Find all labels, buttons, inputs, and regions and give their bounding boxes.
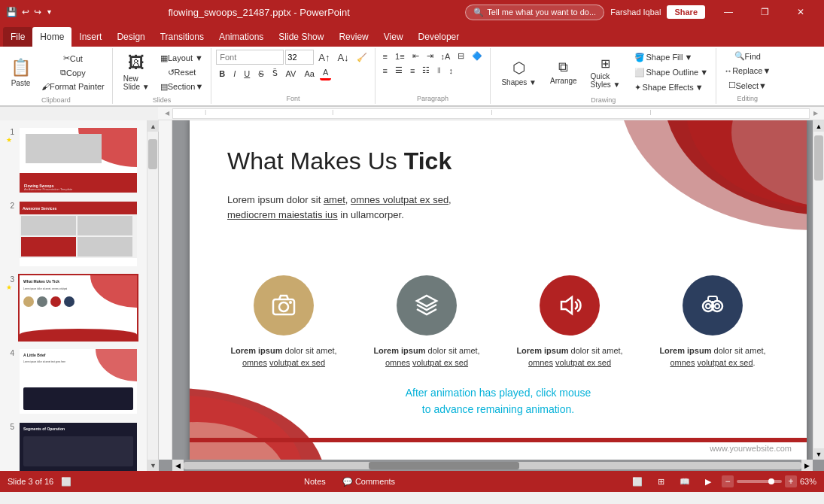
notes-button[interactable]: Notes: [299, 476, 330, 487]
smartart-button[interactable]: 🔷: [469, 50, 485, 62]
undo-icon[interactable]: ↩: [22, 7, 29, 17]
thumb-img-2[interactable]: Awesome Services: [18, 200, 138, 268]
user-name[interactable]: Farshad Iqbal: [610, 8, 661, 17]
slide-sorter-button[interactable]: ⊞: [653, 476, 669, 487]
slide-body-text[interactable]: Lorem ipsum dolor sit amet, omnes volutp…: [227, 193, 498, 224]
find-button[interactable]: 🔍 Find: [731, 50, 764, 62]
arrange-button[interactable]: ⧉ Arrange: [544, 50, 583, 95]
zoom-slider[interactable]: [737, 480, 782, 483]
font-name-input[interactable]: [216, 50, 284, 65]
align-right-button[interactable]: ≡: [407, 64, 418, 77]
tab-transitions[interactable]: Transitions: [153, 27, 211, 47]
minimize-button[interactable]: —: [711, 0, 746, 24]
section-button[interactable]: ▤ Section ▼: [157, 80, 207, 93]
redo-icon[interactable]: ↪: [34, 7, 41, 17]
clear-format-button[interactable]: 🧹: [354, 51, 370, 64]
canvas-scroll-down[interactable]: ▼: [813, 448, 824, 460]
slide-thumb-4[interactable]: 4 A Little Brief Lorem ipsum dolor sit a…: [3, 348, 144, 415]
reset-button[interactable]: ↺ Reset: [157, 66, 207, 79]
char-spacing-button[interactable]: AV: [283, 68, 299, 80]
zoom-slider-thumb[interactable]: [768, 478, 774, 484]
scroll-thumb[interactable]: [148, 139, 157, 169]
normal-view-button[interactable]: ⬜: [628, 476, 647, 487]
shapes-button[interactable]: ⬡ Shapes ▼: [495, 50, 543, 95]
reading-view-button[interactable]: 📖: [675, 476, 695, 487]
bullets-button[interactable]: ≡: [380, 50, 391, 62]
zoom-level[interactable]: 63%: [800, 477, 816, 486]
thumb-img-4[interactable]: A Little Brief Lorem ipsum dolor sit ame…: [18, 348, 138, 415]
thumb-img-1[interactable]: Flowing Swoops An Awesome Presentation T…: [18, 126, 138, 194]
format-painter-button[interactable]: 🖌 Format Painter: [38, 80, 108, 93]
tab-file[interactable]: File: [3, 27, 32, 47]
align-center-button[interactable]: ☰: [392, 64, 406, 77]
tell-me-input[interactable]: 🔍 Tell me what you want to do...: [465, 5, 604, 20]
slide-thumb-2[interactable]: 2 Awesome Services: [3, 200, 144, 268]
new-slide-button[interactable]: 🖼 NewSlide ▼: [117, 50, 156, 95]
font-size-input[interactable]: 32: [285, 50, 314, 65]
layout-button[interactable]: ▦ Layout ▼: [157, 52, 207, 65]
tab-design[interactable]: Design: [109, 27, 152, 47]
columns-button[interactable]: ⫴: [434, 64, 444, 77]
customize-icon[interactable]: ▼: [46, 8, 53, 16]
slide-thumb-1[interactable]: 1 ★ Flowing Swoops An Awesome Presentati…: [3, 126, 144, 194]
save-icon[interactable]: 💾: [6, 7, 17, 17]
slide-title[interactable]: What Makes Us Tick: [227, 147, 452, 175]
increase-font-button[interactable]: A↑: [315, 50, 333, 65]
tab-review[interactable]: Review: [331, 27, 376, 47]
svg-point-13: [706, 304, 710, 308]
line-spacing-button[interactable]: ↕: [445, 64, 456, 77]
font-color-button[interactable]: A: [320, 66, 331, 80]
align-left-button[interactable]: ≡: [380, 64, 391, 77]
hscroll-right[interactable]: ▶: [801, 460, 813, 471]
hscroll-thumb[interactable]: [369, 462, 519, 469]
slide-thumb-5[interactable]: 5 Segments of Operation: [3, 421, 144, 471]
cut-button[interactable]: ✂ Cut: [38, 52, 108, 65]
thumb-img-5[interactable]: Segments of Operation: [18, 421, 138, 471]
slideshow-button[interactable]: ▶: [701, 476, 716, 487]
quick-styles-button[interactable]: ⊞ QuickStyles ▼: [585, 50, 627, 95]
slide-thumb-3[interactable]: 3 ★ What Makes Us Tick Lorem ipsum dolor…: [3, 274, 144, 342]
shadow-button[interactable]: S̈: [269, 67, 281, 80]
canvas-scroll-thumb[interactable]: [814, 135, 823, 181]
decrease-indent-button[interactable]: ⇤: [409, 50, 422, 62]
tab-view[interactable]: View: [376, 27, 411, 47]
slides-label: Slides: [117, 95, 207, 104]
thumb-img-3[interactable]: What Makes Us Tick Lorem ipsum dolor sit…: [18, 274, 138, 342]
justify-button[interactable]: ☷: [419, 64, 433, 77]
text-direction-button[interactable]: ↕A: [438, 50, 454, 62]
zoom-out-button[interactable]: −: [722, 475, 734, 487]
select-button[interactable]: ☐ Select ▼: [725, 79, 770, 92]
tab-insert[interactable]: Insert: [71, 27, 109, 47]
shape-outline-button[interactable]: ⬜ Shape Outline ▼: [631, 66, 712, 79]
slide-canvas[interactable]: What Makes Us Tick Lorem ipsum dolor sit…: [190, 120, 807, 460]
paste-button[interactable]: 📋 Paste: [5, 50, 37, 95]
tab-animations[interactable]: Animations: [211, 27, 271, 47]
tab-slideshow[interactable]: Slide Show: [271, 27, 331, 47]
zoom-in-button[interactable]: +: [785, 475, 797, 487]
decrease-font-button[interactable]: A↓: [334, 50, 351, 65]
replace-button[interactable]: ↔ Replace ▼: [721, 65, 774, 77]
increase-indent-button[interactable]: ⇥: [424, 50, 436, 62]
strikethrough-button[interactable]: S: [255, 68, 266, 80]
numbering-button[interactable]: 1≡: [392, 50, 408, 62]
svg-point-8: [279, 302, 288, 311]
tab-home[interactable]: Home: [32, 27, 71, 47]
scroll-down-button[interactable]: ▼: [147, 460, 159, 471]
close-button[interactable]: ✕: [783, 0, 818, 24]
bold-button[interactable]: B: [216, 68, 228, 80]
status-center: Notes 💬 Comments: [299, 476, 400, 487]
restore-button[interactable]: ❐: [747, 0, 782, 24]
share-button[interactable]: Share: [667, 5, 705, 19]
shape-fill-button[interactable]: 🪣 Shape Fill ▼: [631, 51, 712, 64]
change-case-button[interactable]: Aa: [301, 68, 317, 80]
comments-button[interactable]: 💬 Comments: [338, 476, 400, 487]
copy-button[interactable]: ⧉ Copy: [38, 66, 108, 79]
scroll-up-button[interactable]: ▲: [147, 120, 159, 132]
canvas-scroll-up[interactable]: ▲: [813, 120, 824, 132]
hscroll-left[interactable]: ◀: [172, 460, 184, 471]
align-text-button[interactable]: ⊟: [455, 50, 467, 62]
shape-effects-button[interactable]: ✦ Shape Effects ▼: [631, 81, 712, 94]
underline-button[interactable]: U: [241, 68, 253, 80]
tab-developer[interactable]: Developer: [411, 27, 467, 47]
italic-button[interactable]: I: [230, 68, 239, 80]
